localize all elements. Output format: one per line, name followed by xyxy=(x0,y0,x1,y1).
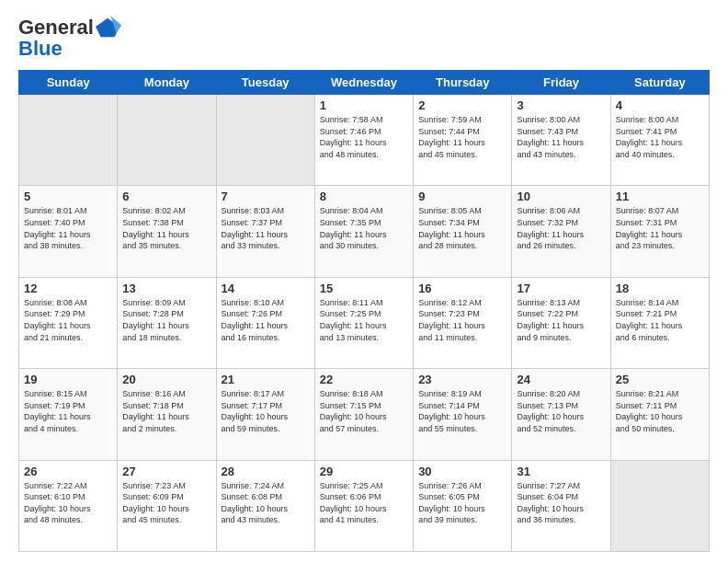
day-number: 2 xyxy=(418,98,506,112)
calendar-cell: 3Sunrise: 8:00 AM Sunset: 7:43 PM Daylig… xyxy=(512,95,610,186)
calendar-header-row: SundayMondayTuesdayWednesdayThursdayFrid… xyxy=(19,71,710,95)
day-info: Sunrise: 8:00 AM Sunset: 7:43 PM Dayligh… xyxy=(517,114,605,160)
day-number: 27 xyxy=(122,465,210,478)
calendar-cell: 20Sunrise: 8:16 AM Sunset: 7:18 PM Dayli… xyxy=(118,369,216,460)
logo-icon xyxy=(96,15,121,40)
col-header-sunday: Sunday xyxy=(19,71,118,95)
day-number: 5 xyxy=(24,190,112,203)
day-number: 6 xyxy=(122,190,210,203)
calendar-cell: 29Sunrise: 7:25 AM Sunset: 6:06 PM Dayli… xyxy=(314,460,413,551)
calendar-week-2: 5Sunrise: 8:01 AM Sunset: 7:40 PM Daylig… xyxy=(19,186,710,277)
day-number: 28 xyxy=(222,465,310,478)
day-number: 29 xyxy=(320,465,408,478)
calendar-cell: 10Sunrise: 8:06 AM Sunset: 7:32 PM Dayli… xyxy=(512,186,610,277)
day-info: Sunrise: 8:09 AM Sunset: 7:28 PM Dayligh… xyxy=(122,297,210,343)
day-number: 19 xyxy=(24,373,112,386)
day-number: 17 xyxy=(517,282,605,295)
col-header-tuesday: Tuesday xyxy=(216,71,314,95)
calendar-cell: 12Sunrise: 8:08 AM Sunset: 7:29 PM Dayli… xyxy=(19,277,118,368)
calendar-cell: 26Sunrise: 7:22 AM Sunset: 6:10 PM Dayli… xyxy=(19,460,118,551)
calendar-cell: 11Sunrise: 8:07 AM Sunset: 7:31 PM Dayli… xyxy=(610,186,709,277)
calendar-cell: 8Sunrise: 8:04 AM Sunset: 7:35 PM Daylig… xyxy=(314,186,413,277)
calendar-cell: 7Sunrise: 8:03 AM Sunset: 7:37 PM Daylig… xyxy=(216,186,314,277)
calendar-cell: 28Sunrise: 7:24 AM Sunset: 6:08 PM Dayli… xyxy=(216,460,314,551)
col-header-wednesday: Wednesday xyxy=(314,71,413,95)
calendar-cell: 14Sunrise: 8:10 AM Sunset: 7:26 PM Dayli… xyxy=(216,277,314,368)
day-number: 20 xyxy=(122,373,210,386)
day-number: 23 xyxy=(418,373,506,386)
logo: General Blue xyxy=(18,15,121,61)
calendar-cell xyxy=(610,460,709,551)
day-number: 10 xyxy=(517,190,605,203)
calendar-week-1: 1Sunrise: 7:58 AM Sunset: 7:46 PM Daylig… xyxy=(19,95,710,186)
day-info: Sunrise: 8:05 AM Sunset: 7:34 PM Dayligh… xyxy=(418,205,506,251)
day-info: Sunrise: 7:23 AM Sunset: 6:09 PM Dayligh… xyxy=(122,480,210,526)
day-info: Sunrise: 8:06 AM Sunset: 7:32 PM Dayligh… xyxy=(517,205,605,251)
calendar-cell: 23Sunrise: 8:19 AM Sunset: 7:14 PM Dayli… xyxy=(414,369,512,460)
day-info: Sunrise: 8:11 AM Sunset: 7:25 PM Dayligh… xyxy=(320,297,408,343)
calendar-cell: 24Sunrise: 8:20 AM Sunset: 7:13 PM Dayli… xyxy=(512,369,610,460)
calendar-cell xyxy=(19,95,118,186)
calendar-cell: 6Sunrise: 8:02 AM Sunset: 7:38 PM Daylig… xyxy=(118,186,216,277)
day-info: Sunrise: 8:02 AM Sunset: 7:38 PM Dayligh… xyxy=(122,205,210,251)
day-info: Sunrise: 8:00 AM Sunset: 7:41 PM Dayligh… xyxy=(616,114,704,160)
calendar-cell: 30Sunrise: 7:26 AM Sunset: 6:05 PM Dayli… xyxy=(414,460,512,551)
day-number: 24 xyxy=(517,373,605,386)
calendar-cell: 13Sunrise: 8:09 AM Sunset: 7:28 PM Dayli… xyxy=(118,277,216,368)
calendar-cell: 4Sunrise: 8:00 AM Sunset: 7:41 PM Daylig… xyxy=(610,95,709,186)
day-info: Sunrise: 8:19 AM Sunset: 7:14 PM Dayligh… xyxy=(418,388,506,434)
day-number: 21 xyxy=(222,373,310,386)
day-info: Sunrise: 7:27 AM Sunset: 6:04 PM Dayligh… xyxy=(517,480,605,526)
day-number: 4 xyxy=(616,98,704,112)
day-info: Sunrise: 8:10 AM Sunset: 7:26 PM Dayligh… xyxy=(222,297,310,343)
day-number: 31 xyxy=(517,465,605,478)
day-number: 12 xyxy=(24,282,112,295)
calendar-cell: 22Sunrise: 8:18 AM Sunset: 7:15 PM Dayli… xyxy=(314,369,413,460)
day-info: Sunrise: 8:08 AM Sunset: 7:29 PM Dayligh… xyxy=(24,297,112,343)
day-info: Sunrise: 8:14 AM Sunset: 7:21 PM Dayligh… xyxy=(616,297,704,343)
col-header-monday: Monday xyxy=(118,71,216,95)
col-header-thursday: Thursday xyxy=(414,71,512,95)
calendar-cell: 1Sunrise: 7:58 AM Sunset: 7:46 PM Daylig… xyxy=(314,95,413,186)
calendar-cell: 21Sunrise: 8:17 AM Sunset: 7:17 PM Dayli… xyxy=(216,369,314,460)
calendar-cell xyxy=(118,95,216,186)
day-info: Sunrise: 8:15 AM Sunset: 7:19 PM Dayligh… xyxy=(24,388,112,434)
day-number: 18 xyxy=(616,282,704,295)
day-info: Sunrise: 8:16 AM Sunset: 7:18 PM Dayligh… xyxy=(122,388,210,434)
day-number: 22 xyxy=(320,373,408,386)
calendar-cell: 27Sunrise: 7:23 AM Sunset: 6:09 PM Dayli… xyxy=(118,460,216,551)
day-number: 8 xyxy=(320,190,408,203)
day-info: Sunrise: 8:13 AM Sunset: 7:22 PM Dayligh… xyxy=(517,297,605,343)
day-info: Sunrise: 8:12 AM Sunset: 7:23 PM Dayligh… xyxy=(418,297,506,343)
calendar-week-4: 19Sunrise: 8:15 AM Sunset: 7:19 PM Dayli… xyxy=(19,369,710,460)
day-info: Sunrise: 7:24 AM Sunset: 6:08 PM Dayligh… xyxy=(222,480,310,526)
day-number: 1 xyxy=(320,98,408,112)
calendar-week-5: 26Sunrise: 7:22 AM Sunset: 6:10 PM Dayli… xyxy=(19,460,710,551)
day-number: 11 xyxy=(616,190,704,203)
calendar-cell: 17Sunrise: 8:13 AM Sunset: 7:22 PM Dayli… xyxy=(512,277,610,368)
page-header: General Blue xyxy=(18,15,710,61)
day-number: 14 xyxy=(222,282,310,295)
day-info: Sunrise: 8:18 AM Sunset: 7:15 PM Dayligh… xyxy=(320,388,408,434)
calendar-cell: 9Sunrise: 8:05 AM Sunset: 7:34 PM Daylig… xyxy=(414,186,512,277)
calendar-cell xyxy=(216,95,314,186)
day-info: Sunrise: 8:04 AM Sunset: 7:35 PM Dayligh… xyxy=(320,205,408,251)
calendar-cell: 15Sunrise: 8:11 AM Sunset: 7:25 PM Dayli… xyxy=(314,277,413,368)
day-number: 25 xyxy=(616,373,704,386)
calendar-cell: 19Sunrise: 8:15 AM Sunset: 7:19 PM Dayli… xyxy=(19,369,118,460)
col-header-friday: Friday xyxy=(512,71,610,95)
day-info: Sunrise: 8:07 AM Sunset: 7:31 PM Dayligh… xyxy=(616,205,704,251)
day-number: 7 xyxy=(222,190,310,203)
day-info: Sunrise: 7:22 AM Sunset: 6:10 PM Dayligh… xyxy=(24,480,112,526)
col-header-saturday: Saturday xyxy=(610,71,709,95)
day-info: Sunrise: 8:20 AM Sunset: 7:13 PM Dayligh… xyxy=(517,388,605,434)
day-info: Sunrise: 7:59 AM Sunset: 7:44 PM Dayligh… xyxy=(418,114,506,160)
day-info: Sunrise: 8:03 AM Sunset: 7:37 PM Dayligh… xyxy=(222,205,310,251)
day-info: Sunrise: 7:58 AM Sunset: 7:46 PM Dayligh… xyxy=(320,114,408,160)
day-number: 16 xyxy=(418,282,506,295)
calendar-cell: 5Sunrise: 8:01 AM Sunset: 7:40 PM Daylig… xyxy=(19,186,118,277)
day-info: Sunrise: 8:21 AM Sunset: 7:11 PM Dayligh… xyxy=(616,388,704,434)
day-info: Sunrise: 7:26 AM Sunset: 6:05 PM Dayligh… xyxy=(418,480,506,526)
calendar-cell: 18Sunrise: 8:14 AM Sunset: 7:21 PM Dayli… xyxy=(610,277,709,368)
calendar: SundayMondayTuesdayWednesdayThursdayFrid… xyxy=(18,70,710,552)
